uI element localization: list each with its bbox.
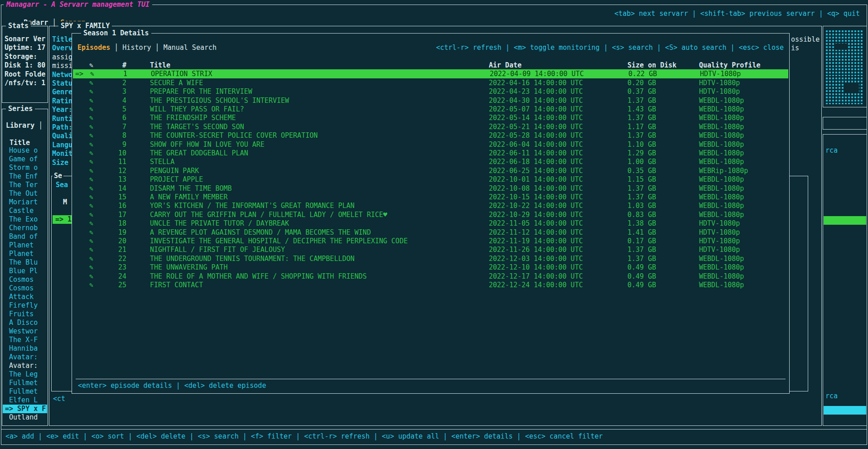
series-item[interactable]: Elfen L xyxy=(3,396,47,405)
episode-row[interactable]: ✎16YOR'S KITCHEN / THE INFORMANT'S GREAT… xyxy=(72,201,789,210)
episode-row[interactable]: ✎3PREPARE FOR THE INTERVIEW2022-04-23 14… xyxy=(72,87,789,96)
stats-panel-title: Stats xyxy=(6,21,31,30)
episode-number: 14 xyxy=(115,184,126,193)
series-item[interactable]: Fullmet xyxy=(3,379,47,387)
episode-row[interactable]: => ✎1OPERATION STRIX2022-04-09 14:00:00 … xyxy=(73,69,788,78)
series-item[interactable]: Moriart xyxy=(3,198,47,207)
episode-title: A NEW FAMILY MEMBER xyxy=(150,193,228,202)
right-panel-text-fragment: rca xyxy=(825,146,838,155)
series-item[interactable]: House o xyxy=(3,146,47,155)
stats-line: Storage: xyxy=(5,52,37,61)
episode-title: SHOW OFF HOW IN LOVE YOU ARE xyxy=(150,140,265,149)
right-panel-selected-row-cyan[interactable] xyxy=(824,406,866,415)
episode-row[interactable]: ✎15A NEW FAMILY MEMBER2022-10-15 14:00:0… xyxy=(72,193,789,202)
popup-tabs: Episodes │ History │ Manual Search xyxy=(77,43,217,52)
episode-row[interactable]: ✎14DISARM THE TIME BOMB2022-10-08 14:00:… xyxy=(72,184,789,193)
series-item[interactable]: Attack xyxy=(3,293,47,301)
episode-row[interactable]: ✎8THE COUNTER-SECRET POLICE COVER OPERAT… xyxy=(72,131,789,140)
episode-row[interactable]: ✎25FIRST CONTACT2022-12-24 14:00:00 UTC0… xyxy=(72,280,789,290)
episode-row[interactable]: ✎20INVESTIGATE THE GENERAL HOSPITAL / DE… xyxy=(72,237,789,246)
seasons-keybind-fragment: <ct xyxy=(53,394,65,403)
episode-row[interactable]: ✎19A REVENGE PLOT AGAINST DESMOND / MAMA… xyxy=(72,228,789,237)
series-item[interactable]: Band of xyxy=(3,232,47,241)
series-item[interactable]: The Leg xyxy=(3,370,47,379)
series-item[interactable]: The Exo xyxy=(3,215,47,224)
episode-size: 1.37 GB xyxy=(627,113,656,122)
episode-row[interactable]: ✎12PENGUIN PARK2022-06-25 14:00:00 UTC0.… xyxy=(72,166,789,175)
selected-row-prefix: => xyxy=(75,69,87,78)
monitored-icon: ✎ xyxy=(89,157,93,166)
series-item[interactable]: Outland xyxy=(3,413,47,422)
monitored-icon: ✎ xyxy=(89,219,93,228)
monitored-icon: ✎ xyxy=(89,184,93,193)
monitored-icon: ✎ xyxy=(89,272,93,281)
episode-row[interactable]: ✎24THE ROLE OF A MOTHER AND WIFE / SHOPP… xyxy=(72,272,789,281)
series-item[interactable]: The X-F xyxy=(3,336,47,344)
episode-row[interactable]: ✎10THE GREAT DODGEBALL PLAN2022-06-11 14… xyxy=(72,149,789,158)
series-item[interactable]: Chernob xyxy=(3,224,47,232)
series-item[interactable]: Cosmos xyxy=(3,284,47,293)
episode-title: PREPARE FOR THE INTERVIEW xyxy=(150,87,252,96)
episode-title: THE COUNTER-SECRET POLICE COVER OPERATIO… xyxy=(150,131,318,140)
episode-row[interactable]: ✎17CARRY OUT THE GRIFFIN PLAN / FULLMETA… xyxy=(72,210,789,219)
episode-title: CARRY OUT THE GRIFFIN PLAN / FULLMETAL L… xyxy=(150,210,387,219)
episode-quality: WEBDL-1080p xyxy=(699,122,744,131)
episode-row[interactable]: ✎4THE PRESTIGIOUS SCHOOL'S INTERVIEW2022… xyxy=(72,96,789,105)
monitored-column-icon: ✎ xyxy=(89,61,93,70)
episode-row[interactable]: ✎13PROJECT APPLE2022-10-01 14:00:00 UTC1… xyxy=(72,175,789,184)
popup-tab-manual-search[interactable]: Manual Search xyxy=(164,43,217,52)
series-item[interactable]: Planet xyxy=(3,250,47,258)
episode-row[interactable]: ✎2SECURE A WIFE2022-04-16 14:00:00 UTC0.… xyxy=(72,78,789,87)
series-item[interactable]: Westwor xyxy=(3,327,47,336)
episode-number: 9 xyxy=(115,140,126,149)
series-item[interactable]: Hanniba xyxy=(3,344,47,353)
series-item[interactable]: Cosmos xyxy=(3,275,47,284)
episode-title: PROJECT APPLE xyxy=(150,175,203,184)
series-item[interactable]: Avatar: xyxy=(3,353,47,362)
series-item[interactable]: Planet xyxy=(3,241,47,250)
episode-row[interactable]: ✎5WILL THEY PASS OR FAIL?2022-05-07 14:0… xyxy=(72,105,789,114)
bottom-keybar-divider xyxy=(1,429,867,430)
popup-tab-episodes[interactable]: Episodes xyxy=(77,43,110,52)
series-item[interactable]: A Disco xyxy=(3,319,47,327)
series-item[interactable]: => SPY x F xyxy=(3,405,47,413)
series-item[interactable]: The Enf xyxy=(3,172,47,181)
episode-row[interactable]: ✎11STELLA2022-06-18 14:00:00 UTC1.00 GBW… xyxy=(72,157,789,166)
series-item[interactable]: The Out xyxy=(3,189,47,198)
tab-seasons[interactable]: Sea xyxy=(56,180,68,189)
series-item[interactable]: The Blu xyxy=(3,258,47,267)
popup-tab-history[interactable]: History xyxy=(122,43,151,52)
series-item[interactable]: Fruits xyxy=(3,310,47,319)
episode-row[interactable]: ✎6THE FRIENDSHIP SCHEME2022-05-14 14:00:… xyxy=(72,113,789,122)
series-item[interactable]: Firefly xyxy=(3,301,47,310)
episode-row[interactable]: ✎23THE UNWAVERING PATH2022-12-10 14:00:0… xyxy=(72,263,789,272)
episode-air-date: 2022-04-16 14:00:00 UTC xyxy=(489,78,583,87)
episode-quality: WEBDL-1080p xyxy=(699,149,744,158)
series-item[interactable]: Castle xyxy=(3,207,47,215)
episode-row[interactable]: ✎9SHOW OFF HOW IN LOVE YOU ARE2022-06-04… xyxy=(72,140,789,149)
series-item[interactable]: Blue Pl xyxy=(3,267,47,275)
series-item[interactable]: Storm o xyxy=(3,164,47,172)
episode-number: 10 xyxy=(115,149,126,158)
episode-air-date: 2022-10-01 14:00:00 UTC xyxy=(489,175,583,184)
episode-row[interactable]: ✎22THE UNDERGROUND TENNIS TOURNAMENT: TH… xyxy=(72,254,789,263)
series-item[interactable]: The Ter xyxy=(3,181,47,189)
series-item[interactable]: Fullmet xyxy=(3,387,47,396)
episode-row[interactable]: ✎21NIGHTFALL / FIRST FIT OF JEALOUSY2022… xyxy=(72,245,789,254)
episode-quality: WEBDL-1080p xyxy=(699,175,744,184)
episode-air-date: 2022-04-23 14:00:00 UTC xyxy=(489,87,583,96)
episode-row[interactable]: ✎7THE TARGET'S SECOND SON2022-05-21 14:0… xyxy=(72,122,789,131)
episode-number: 7 xyxy=(115,122,126,131)
right-panel-selected-row[interactable] xyxy=(824,216,866,225)
episode-size: 0.35 GB xyxy=(627,166,656,175)
episode-size: 0.37 GB xyxy=(627,87,656,96)
episode-number: 17 xyxy=(115,210,126,219)
episode-title: THE UNWAVERING PATH xyxy=(150,263,228,272)
app-title: Managarr - A Servarr management TUI xyxy=(4,0,152,9)
tab-library[interactable]: Library │ xyxy=(6,121,43,130)
episode-row[interactable]: ✎18UNCLE THE PRIVATE TUTOR / DAYBREAK202… xyxy=(72,219,789,228)
series-item[interactable]: Avatar: xyxy=(3,362,47,370)
monitored-icon: ✎ xyxy=(89,149,93,158)
episode-title: YOR'S KITCHEN / THE INFORMANT'S GREAT RO… xyxy=(150,201,355,210)
series-item[interactable]: Game of xyxy=(3,155,47,164)
